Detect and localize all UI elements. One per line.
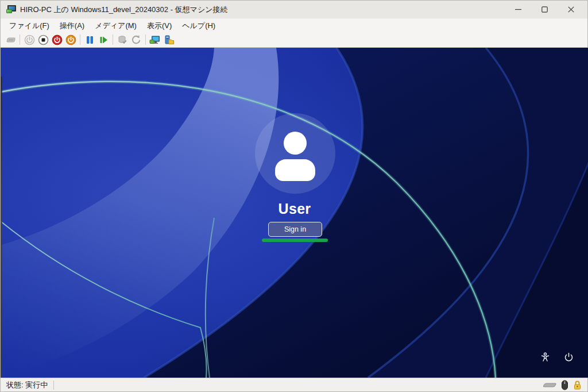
save-state-button[interactable] xyxy=(64,33,78,47)
statusbar: 状態: 実行中 xyxy=(1,378,587,391)
enhanced-session-icon xyxy=(149,34,161,45)
power-button[interactable] xyxy=(562,351,575,363)
window-title: HIRO-PC 上の Windows11_devel_20240302 - 仮想… xyxy=(20,5,228,15)
windows-login-screen: User Sign in xyxy=(1,48,588,378)
reset-icon xyxy=(98,34,109,45)
menu-help[interactable]: ヘルプ(H) xyxy=(177,19,220,33)
ctrl-alt-del-button[interactable] xyxy=(3,33,17,47)
share-icon xyxy=(163,34,175,45)
vmconnect-window: HIRO-PC 上の Windows11_devel_20240302 - 仮想… xyxy=(0,0,588,392)
revert-icon xyxy=(131,34,142,45)
share-button[interactable] xyxy=(162,33,176,47)
menu-media[interactable]: メディア(M) xyxy=(90,19,142,33)
statusbar-indicators xyxy=(539,380,584,390)
reset-button[interactable] xyxy=(96,33,110,47)
turn-off-button[interactable] xyxy=(36,33,50,47)
sign-in-progress-bar xyxy=(262,239,328,242)
menu-view[interactable]: 表示(V) xyxy=(142,19,177,33)
pause-icon xyxy=(84,34,95,45)
vm-display[interactable]: User Sign in xyxy=(1,48,588,378)
user-name: User xyxy=(1,201,588,217)
save-state-icon xyxy=(65,34,76,45)
hyperv-vmconnect-icon xyxy=(6,5,17,14)
avatar-person-icon xyxy=(284,132,307,155)
menu-action[interactable]: 操作(A) xyxy=(55,19,90,33)
login-corner-buttons xyxy=(539,351,575,363)
minimize-button[interactable] xyxy=(505,1,531,18)
pause-button[interactable] xyxy=(83,33,96,47)
accessibility-icon xyxy=(540,352,551,363)
start-button[interactable] xyxy=(22,33,36,47)
window-controls xyxy=(505,1,584,18)
keyboard-indicator-icon xyxy=(539,381,556,389)
mouse-indicator-icon xyxy=(561,380,568,390)
turn-off-icon xyxy=(38,34,49,45)
power-icon xyxy=(563,352,574,363)
titlebar: HIRO-PC 上の Windows11_devel_20240302 - 仮想… xyxy=(1,1,587,18)
close-button[interactable] xyxy=(558,1,584,18)
shut-down-button[interactable] xyxy=(50,33,64,47)
shut-down-icon xyxy=(52,34,63,45)
sign-in-button[interactable]: Sign in xyxy=(268,222,322,237)
user-avatar[interactable] xyxy=(255,113,335,194)
start-power-icon xyxy=(24,34,35,45)
ctrl-alt-del-keyboard-icon xyxy=(5,34,16,45)
vm-status-text: 状態: 実行中 xyxy=(4,380,50,390)
checkpoint-button[interactable] xyxy=(115,33,129,47)
menubar: ファイル(F) 操作(A) メディア(M) 表示(V) ヘルプ(H) xyxy=(1,18,587,32)
revert-button[interactable] xyxy=(129,33,143,47)
enhanced-session-button[interactable] xyxy=(148,33,162,47)
toolbar xyxy=(1,32,587,48)
maximize-button[interactable] xyxy=(531,1,558,18)
menu-file[interactable]: ファイル(F) xyxy=(4,19,55,33)
accessibility-button[interactable] xyxy=(539,351,551,363)
statusbar-separator xyxy=(53,381,54,390)
checkpoint-icon xyxy=(117,34,128,45)
lock-indicator-icon xyxy=(573,380,582,390)
